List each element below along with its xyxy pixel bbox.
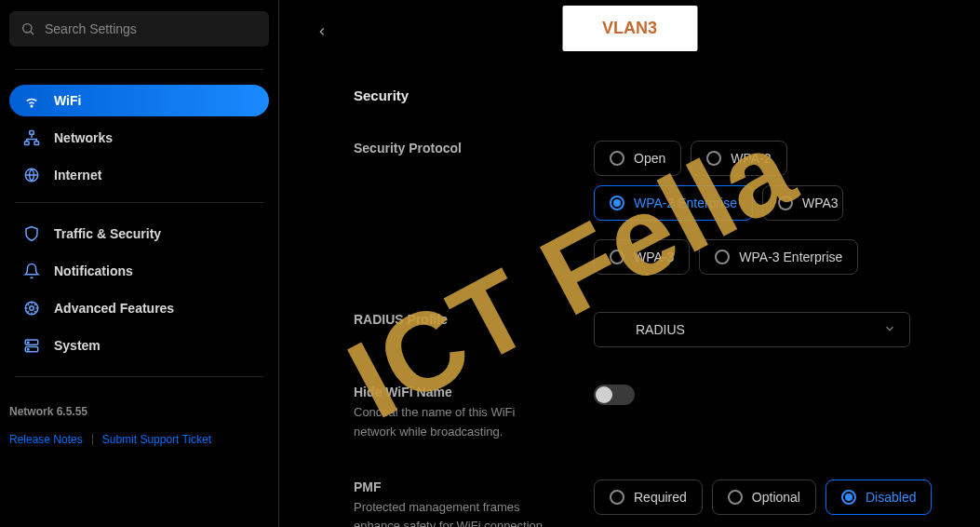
radio-icon [610, 490, 624, 505]
option-label: WPA-3 [634, 250, 674, 264]
search-input[interactable] [45, 21, 258, 36]
option-label: WPA-2 [731, 151, 771, 166]
svg-rect-3 [30, 131, 34, 135]
sidebar-item-label: WiFi [54, 93, 81, 108]
protocol-option-wpa2-enterprise[interactable]: WPA-2 Enterprise [594, 185, 753, 221]
sidebar: WiFi Networks Internet Traffic & Securit… [0, 0, 279, 527]
svg-point-2 [31, 105, 33, 107]
divider [15, 376, 263, 377]
version-label: Network 6.5.55 [9, 405, 269, 418]
option-label: WPA-2 Enterprise [634, 196, 737, 210]
search-input-container[interactable] [9, 11, 269, 47]
radio-icon [728, 490, 743, 505]
sidebar-item-label: System [54, 338, 101, 353]
svg-rect-5 [34, 142, 39, 145]
support-ticket-link[interactable]: Submit Support Ticket [102, 433, 211, 446]
field-label: Security Protocol [354, 141, 594, 155]
field-label: RADIUS Profile [354, 312, 594, 327]
sidebar-item-internet[interactable]: Internet [9, 159, 269, 191]
bell-icon [22, 262, 41, 280]
sidebar-item-label: Networks [54, 130, 113, 145]
option-label: WPA3 [802, 196, 839, 210]
release-notes-link[interactable]: Release Notes [9, 433, 83, 446]
option-label: Optional [752, 490, 800, 505]
section-title: Security [354, 88, 943, 103]
page-title: VLAN3 [562, 6, 697, 51]
field-label: Hide WiFi Name [354, 385, 594, 399]
toggle-knob [596, 386, 612, 403]
svg-line-1 [31, 32, 34, 34]
sidebar-item-networks[interactable]: Networks [9, 122, 269, 154]
select-value: RADIUS [608, 322, 685, 337]
field-radius-profile: RADIUS Profile RADIUS [354, 312, 943, 347]
header: VLAN3 [279, 13, 980, 50]
footer-links: Release Notes Submit Support Ticket [9, 433, 269, 446]
sidebar-item-label: Advanced Features [54, 301, 174, 316]
system-icon [22, 336, 41, 355]
divider [92, 434, 93, 445]
option-label: Required [634, 490, 687, 505]
protocol-option-wpa3-enterprise[interactable]: WPA-3 Enterprise [699, 239, 858, 275]
field-label: PMF [354, 480, 594, 494]
divider [15, 202, 263, 203]
network-icon [22, 128, 41, 147]
sidebar-item-label: Notifications [54, 264, 133, 278]
option-label: WPA-3 Enterprise [739, 250, 842, 264]
svg-point-0 [23, 24, 32, 33]
radio-icon [610, 151, 624, 166]
radio-icon [610, 250, 624, 264]
option-label: Open [634, 151, 665, 166]
field-pmf: PMF Protected management frames enhance … [354, 480, 943, 527]
sidebar-item-system[interactable]: System [9, 330, 269, 361]
pmf-option-optional[interactable]: Optional [712, 480, 816, 515]
sidebar-item-advanced-features[interactable]: Advanced Features [9, 292, 269, 324]
field-description: Protected management frames enhance safe… [354, 498, 558, 527]
chevron-down-icon [883, 322, 896, 338]
back-button[interactable] [313, 22, 331, 41]
sidebar-item-traffic-security[interactable]: Traffic & Security [9, 218, 269, 250]
option-label: Disabled [866, 490, 916, 505]
radio-icon [841, 490, 856, 505]
main-content: VLAN3 Security Security Protocol Open WP… [279, 0, 980, 527]
sidebar-item-label: Traffic & Security [54, 226, 161, 241]
shield-icon [22, 224, 41, 243]
field-description: Conceal the name of this WiFi network wh… [354, 403, 558, 442]
sidebar-item-wifi[interactable]: WiFi [9, 85, 269, 116]
globe-icon [22, 166, 41, 184]
field-security-protocol: Security Protocol Open WPA-2 WPA-2 Enter… [354, 141, 943, 275]
protocol-option-wpa3[interactable]: WPA-3 [594, 239, 690, 275]
gear-network-icon [22, 299, 41, 318]
radio-icon [778, 196, 793, 210]
protocol-option-open[interactable]: Open [594, 141, 681, 176]
svg-point-11 [28, 342, 30, 344]
svg-rect-4 [25, 142, 30, 145]
radio-icon [610, 196, 624, 210]
hide-wifi-toggle[interactable] [594, 385, 635, 405]
protocol-option-wpa3-cutoff[interactable]: WPA3 [762, 185, 843, 221]
sidebar-item-label: Internet [54, 168, 101, 182]
field-hide-wifi-name: Hide WiFi Name Conceal the name of this … [354, 385, 943, 442]
radio-icon [715, 250, 730, 264]
protocol-option-wpa2[interactable]: WPA-2 [691, 141, 786, 176]
svg-point-12 [28, 348, 30, 350]
radius-profile-select[interactable]: RADIUS [594, 312, 910, 347]
search-icon [20, 21, 35, 36]
divider [15, 69, 263, 70]
svg-point-7 [30, 306, 34, 311]
wifi-icon [22, 91, 41, 110]
pmf-option-required[interactable]: Required [594, 480, 703, 515]
sidebar-item-notifications[interactable]: Notifications [9, 255, 269, 287]
radio-icon [706, 151, 721, 166]
pmf-option-disabled[interactable]: Disabled [826, 480, 932, 515]
